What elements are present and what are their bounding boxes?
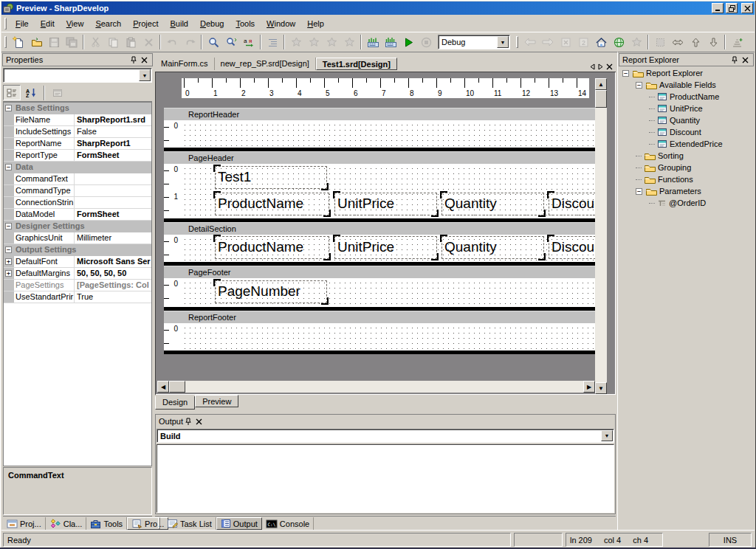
menu-edit[interactable]: Edit xyxy=(35,17,61,30)
menu-build[interactable]: Build xyxy=(165,17,194,30)
tree-node-unitprice[interactable]: UnitPrice xyxy=(619,103,753,114)
section-canvas-reportheader[interactable] xyxy=(180,120,595,148)
menu-window[interactable]: Window xyxy=(261,17,301,30)
move-down-button[interactable] xyxy=(704,34,722,50)
tree-node-discount[interactable]: Discount xyxy=(619,126,753,138)
tree-node-available-fields[interactable]: −Available Fields xyxy=(619,79,753,91)
property-value[interactable]: FormSheet xyxy=(75,209,151,220)
section-divider[interactable] xyxy=(164,351,595,354)
find-in-files-button[interactable] xyxy=(222,34,240,50)
collapse-icon[interactable]: − xyxy=(5,164,12,170)
scroll-tabs-left-icon[interactable] xyxy=(590,63,595,70)
menu-tools[interactable]: Tools xyxy=(230,17,261,30)
pad-tab-output[interactable]: Output xyxy=(216,517,262,530)
tree-node-parameters[interactable]: −Parameters xyxy=(619,185,753,197)
property-value[interactable] xyxy=(75,197,151,208)
property-category-base-settings[interactable]: −Base Settings xyxy=(4,103,151,114)
scroll-right-icon[interactable]: ▶ xyxy=(583,381,595,393)
section-canvas-pageheader[interactable]: Test1ProductNameUnitPriceQuantityDiscoun… xyxy=(180,164,595,218)
categorized-button[interactable] xyxy=(3,85,21,100)
property-value[interactable]: SharpReport1.srd xyxy=(75,114,151,125)
report-item-unitprice[interactable]: UnitPrice xyxy=(334,193,437,215)
property-row-graphicsunit[interactable]: GraphicsUnitMillimeter xyxy=(4,232,151,244)
build-all-button[interactable] xyxy=(382,34,399,50)
property-value[interactable]: Millimeter xyxy=(75,232,151,244)
tree-node-grouping[interactable]: Grouping xyxy=(619,162,753,173)
menu-view[interactable]: View xyxy=(61,17,90,30)
property-row-connectionstrin[interactable]: ConnectionStrin xyxy=(4,197,151,209)
section-canvas-detailsection[interactable]: ProductNameUnitPriceQuantityDiscount xyxy=(180,235,595,262)
tree-node-orderid[interactable]: @OrderID xyxy=(619,197,753,209)
object-selector-combo[interactable]: ▼ xyxy=(3,68,152,83)
section-band-detailsection[interactable]: DetailSection xyxy=(164,222,595,235)
find-button[interactable] xyxy=(205,34,222,50)
scroll-up-icon[interactable]: ▲ xyxy=(595,78,607,90)
document-tab-mainform-cs[interactable]: MainForm.cs xyxy=(155,58,215,70)
minimize-button[interactable] xyxy=(712,3,724,13)
tree-node-extendedprice[interactable]: ExtendedPrice xyxy=(619,138,753,150)
tree-node-productname[interactable]: ProductName xyxy=(619,91,753,103)
view-tab-design[interactable]: Design xyxy=(155,396,195,410)
close-icon[interactable] xyxy=(740,55,750,65)
web-browser-button[interactable] xyxy=(610,34,628,50)
build-button[interactable] xyxy=(364,34,382,50)
property-category-output-settings[interactable]: −Output Settings xyxy=(4,244,151,256)
report-designer-surface[interactable]: 01234567891011121314 ReportHeader0PageHe… xyxy=(155,72,616,395)
menubar-grip[interactable] xyxy=(4,18,7,30)
section-band-pagefooter[interactable]: PageFooter xyxy=(164,266,595,278)
report-item-quantity[interactable]: Quantity xyxy=(441,193,544,215)
menu-debug[interactable]: Debug xyxy=(194,17,230,30)
horizontal-spacing-button[interactable] xyxy=(669,34,687,50)
tree-node-quantity[interactable]: Quantity xyxy=(619,114,753,126)
section-canvas-reportfooter[interactable] xyxy=(180,323,595,351)
scroll-down-icon[interactable]: ▼ xyxy=(595,382,607,394)
dock-tab-tools[interactable]: Tools xyxy=(86,517,127,530)
report-item-pagenumber[interactable]: PageNumber xyxy=(215,280,327,303)
chevron-down-icon[interactable]: ▼ xyxy=(497,36,509,48)
designer-vertical-scrollbar[interactable]: ▲ ▼ xyxy=(595,78,607,394)
property-row-reportname[interactable]: ReportNameSharpReport1 xyxy=(4,138,151,150)
property-row-defaultmargins[interactable]: +DefaultMargins50, 50, 50, 50 xyxy=(4,268,151,280)
report-item-productname[interactable]: ProductName xyxy=(215,236,329,259)
property-category-data[interactable]: −Data xyxy=(4,162,151,173)
restore-button[interactable] xyxy=(726,3,738,13)
output-category-combo[interactable]: Build ▼ xyxy=(157,429,614,443)
collapse-icon[interactable]: − xyxy=(5,223,12,229)
output-text-area[interactable] xyxy=(157,444,614,513)
tree-node-sorting[interactable]: Sorting xyxy=(619,150,753,162)
document-tab-new-rep-sp-srd-design[interactable]: new_rep_SP.srd[Design] xyxy=(215,58,316,70)
property-category-designer-settings[interactable]: −Designer Settings xyxy=(4,221,151,232)
pad-tab-task-list[interactable]: Task List xyxy=(163,517,216,530)
property-row-filename[interactable]: FileNameSharpReport1.srd xyxy=(4,114,151,126)
report-item-discount[interactable]: Discount xyxy=(549,193,595,215)
property-row-defaultfont[interactable]: +DefaultFontMicrosoft Sans Ser xyxy=(4,256,151,268)
debug-target-combo[interactable]: Debug▼ xyxy=(438,35,510,49)
pin-icon[interactable] xyxy=(183,417,193,427)
properties-panel-titlebar[interactable]: Properties xyxy=(2,53,153,66)
collapse-icon[interactable]: − xyxy=(636,82,642,89)
property-value[interactable] xyxy=(75,173,151,184)
property-row-usestandartprir[interactable]: UseStandartPrirTrue xyxy=(4,291,151,303)
property-value[interactable] xyxy=(75,185,151,196)
toolbar-grip[interactable] xyxy=(4,36,7,48)
title-bar[interactable]: Preview - SharpDevelop xyxy=(1,1,755,15)
close-icon[interactable] xyxy=(193,417,204,427)
pin-icon[interactable] xyxy=(128,55,139,65)
menu-project[interactable]: Project xyxy=(127,17,164,30)
property-value[interactable]: True xyxy=(75,291,151,303)
property-row-commandtype[interactable]: CommandType xyxy=(4,185,151,197)
tabstrip-grip[interactable] xyxy=(158,517,160,529)
tree-node-report-explorer[interactable]: −Report Explorer xyxy=(619,67,753,79)
collapse-icon[interactable]: − xyxy=(5,246,12,253)
pad-tab-console[interactable]: C:\Console xyxy=(262,517,314,530)
designer-horizontal-scrollbar[interactable]: ◀ ▶ xyxy=(157,381,595,393)
section-band-reportheader[interactable]: ReportHeader xyxy=(164,108,595,120)
vertical-scroll-thumb[interactable] xyxy=(595,90,607,108)
report-item-test1[interactable]: Test1 xyxy=(215,166,327,189)
section-band-pageheader[interactable]: PageHeader xyxy=(164,151,595,164)
close-document-icon[interactable] xyxy=(606,63,613,70)
move-up-button[interactable] xyxy=(687,34,704,50)
report-item-quantity[interactable]: Quantity xyxy=(441,236,544,259)
property-value[interactable]: 50, 50, 50, 50 xyxy=(75,268,151,279)
collapse-icon[interactable]: − xyxy=(636,188,642,195)
